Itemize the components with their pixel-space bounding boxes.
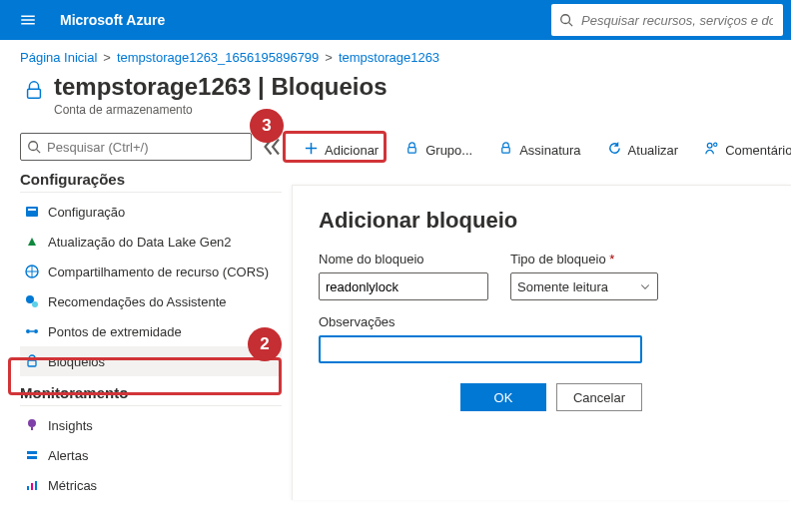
breadcrumb-resource[interactable]: tempstorage1263 <box>339 50 439 65</box>
svg-rect-2 <box>28 89 41 98</box>
svg-point-11 <box>34 329 38 333</box>
sidebar-item-label: Atualização do Data Lake Gen2 <box>48 235 232 250</box>
svg-point-23 <box>707 143 712 148</box>
chevron-left-icon <box>258 135 282 159</box>
sidebar-item-insights[interactable]: Insights <box>20 410 282 440</box>
svg-rect-20 <box>35 481 37 490</box>
svg-point-3 <box>29 142 38 151</box>
hamburger-icon <box>19 11 37 29</box>
breadcrumb-sep-icon: > <box>325 50 333 65</box>
lock-icon <box>404 141 419 159</box>
panel-actions: OK Cancelar <box>319 383 642 411</box>
portal-header: Microsoft Azure <box>0 0 791 40</box>
lock-type-select[interactable]: Somente leitura <box>510 272 658 300</box>
sidebar: Configurações Configuração Atualização d… <box>20 133 282 500</box>
sidebar-item-metrics[interactable]: Métricas <box>20 470 282 500</box>
required-star-icon: * <box>609 252 614 266</box>
add-lock-panel: Adicionar bloqueio Nome do bloqueio Tipo… <box>292 185 791 500</box>
alerts-icon <box>24 447 40 463</box>
main-area: Adicionar Grupo... Assinatura Atualizar … <box>282 133 791 500</box>
svg-rect-16 <box>27 451 37 454</box>
subscription-label: Assinatura <box>519 143 580 158</box>
svg-point-24 <box>714 143 717 146</box>
svg-line-1 <box>569 23 573 27</box>
breadcrumb-resource-group[interactable]: tempstorage1263_1656195896799 <box>117 50 319 65</box>
collapse-sidebar-button[interactable] <box>258 135 282 159</box>
sidebar-item-endpoints[interactable]: Pontos de extremidade <box>20 316 282 346</box>
endpoint-icon <box>24 323 40 339</box>
cancel-button[interactable]: Cancelar <box>556 383 642 411</box>
svg-rect-13 <box>28 360 36 366</box>
plus-icon <box>304 141 319 159</box>
refresh-icon <box>607 141 622 159</box>
sidebar-item-label: Métricas <box>48 478 97 493</box>
svg-point-8 <box>26 295 34 303</box>
notes-input[interactable] <box>319 335 642 363</box>
blade-name: Bloqueios <box>272 73 388 100</box>
lock-icon <box>498 141 513 159</box>
refresh-label: Atualizar <box>628 143 679 158</box>
sidebar-item-label: Alertas <box>48 448 88 463</box>
advisor-icon <box>24 293 40 309</box>
svg-point-9 <box>32 301 38 307</box>
svg-rect-15 <box>31 427 33 430</box>
page-title: tempstorage1263 | Bloqueios <box>54 73 388 101</box>
global-search-input[interactable] <box>579 12 775 29</box>
sidebar-item-locks[interactable]: Bloqueios <box>20 346 282 376</box>
sidebar-item-label: Bloqueios <box>48 354 105 369</box>
sidebar-item-alerts[interactable]: Alertas <box>20 440 282 470</box>
lock-icon <box>24 353 40 369</box>
chevron-down-icon <box>639 280 651 292</box>
svg-rect-19 <box>31 483 33 490</box>
metrics-icon <box>24 477 40 493</box>
feedback-label: Comentários <box>725 143 791 158</box>
svg-line-4 <box>37 150 41 154</box>
notes-label: Observações <box>319 314 765 329</box>
lock-name-label: Nome do bloqueio <box>319 252 488 266</box>
refresh-button[interactable]: Atualizar <box>601 137 685 163</box>
settings-icon <box>24 204 40 220</box>
lock-type-field: Tipo de bloqueio * Somente leitura <box>510 252 658 300</box>
breadcrumb-sep-icon: > <box>103 50 111 65</box>
breadcrumb: Página Inicial > tempstorage1263_1656195… <box>0 40 791 71</box>
panel-title: Adicionar bloqueio <box>319 208 765 234</box>
breadcrumb-home[interactable]: Página Inicial <box>20 50 97 65</box>
command-bar: Adicionar Grupo... Assinatura Atualizar … <box>298 133 791 171</box>
upgrade-icon <box>24 234 40 250</box>
global-search <box>551 4 783 36</box>
sidebar-search[interactable] <box>20 133 252 161</box>
hamburger-menu-button[interactable] <box>8 0 48 40</box>
title-sep: | <box>258 73 271 100</box>
brand-label: Microsoft Azure <box>60 12 165 28</box>
svg-rect-5 <box>26 207 38 217</box>
lock-type-label: Tipo de bloqueio * <box>510 252 658 266</box>
add-button[interactable]: Adicionar <box>298 137 385 163</box>
lock-icon <box>20 77 48 105</box>
svg-point-10 <box>26 329 30 333</box>
globe-icon <box>24 264 40 279</box>
lock-type-value: Somente leitura <box>517 279 608 294</box>
subscription-button[interactable]: Assinatura <box>492 137 586 163</box>
svg-rect-22 <box>502 148 510 154</box>
group-label: Grupo... <box>425 143 472 158</box>
feedback-button[interactable]: Comentários <box>698 137 791 163</box>
sidebar-item-label: Recomendações do Assistente <box>48 294 227 309</box>
sidebar-item-data-lake-upgrade[interactable]: Atualização do Data Lake Gen2 <box>20 227 282 257</box>
svg-rect-18 <box>27 486 29 490</box>
lock-name-input[interactable] <box>319 272 488 300</box>
sidebar-item-cors[interactable]: Compartilhamento de recurso (CORS) <box>20 257 282 286</box>
sidebar-item-configuration[interactable]: Configuração <box>20 197 282 227</box>
sidebar-group-monitor: Monitoramento <box>20 384 282 406</box>
sidebar-search-input[interactable] <box>45 139 245 156</box>
resource-type-subtitle: Conta de armazenamento <box>54 103 388 117</box>
svg-rect-17 <box>27 456 37 459</box>
notes-field: Observações <box>319 314 765 363</box>
svg-point-0 <box>561 15 570 24</box>
svg-rect-6 <box>28 209 36 211</box>
ok-button[interactable]: OK <box>460 383 546 411</box>
feedback-icon <box>704 141 719 159</box>
resource-group-button[interactable]: Grupo... <box>398 137 478 163</box>
global-search-box[interactable] <box>551 4 783 36</box>
sidebar-group-config: Configurações <box>20 171 282 193</box>
sidebar-item-advisor[interactable]: Recomendações do Assistente <box>20 286 282 316</box>
